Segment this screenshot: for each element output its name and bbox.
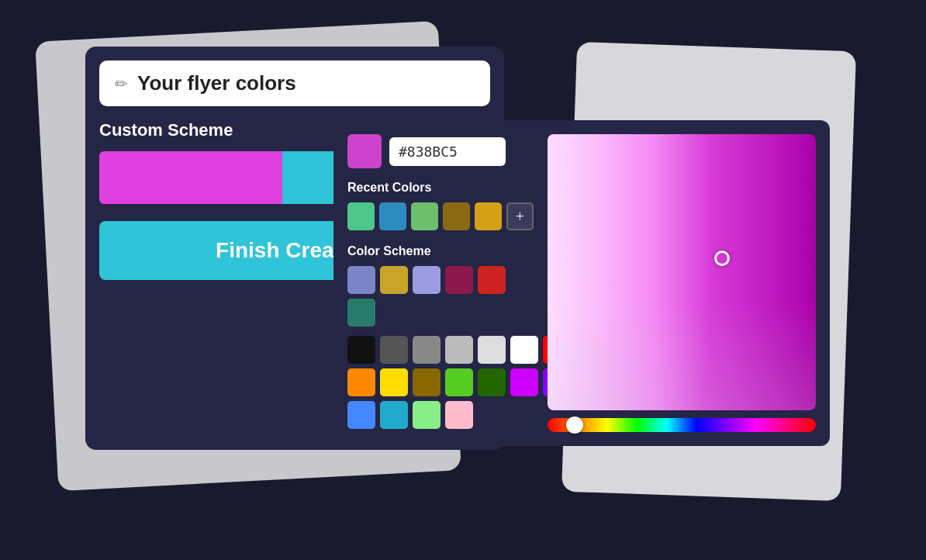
recent-colors-label: Recent Colors <box>347 181 534 195</box>
hex-color-preview <box>347 134 382 168</box>
scheme-swatch-periwinkle[interactable] <box>347 266 375 294</box>
recent-swatch-brown[interactable] <box>443 202 470 230</box>
swatch-pink[interactable] <box>99 151 282 204</box>
basic-light-blue[interactable] <box>347 401 375 429</box>
basic-white[interactable] <box>510 336 538 364</box>
scheme-swatch-teal[interactable] <box>347 299 375 327</box>
recent-swatch-blue[interactable] <box>379 202 406 230</box>
page-title: Your flyer colors <box>137 71 296 95</box>
pencil-icon: ✏ <box>115 74 128 93</box>
recent-swatch-gold[interactable] <box>475 202 502 230</box>
basic-dark-green[interactable] <box>478 368 506 396</box>
basic-orange[interactable] <box>347 368 375 396</box>
basic-pink[interactable] <box>445 401 473 429</box>
gradient-cursor <box>714 251 730 266</box>
basic-purple[interactable] <box>510 368 538 396</box>
basic-brown[interactable] <box>413 368 441 396</box>
basic-colors-grid <box>347 336 534 429</box>
hex-input[interactable] <box>389 137 506 166</box>
recent-swatch-green[interactable] <box>347 202 375 230</box>
scheme-swatch-gold[interactable] <box>380 266 408 294</box>
basic-gray[interactable] <box>413 336 441 364</box>
color-picker-panel: Recent Colors + Color Scheme <box>333 120 830 446</box>
basic-teal[interactable] <box>380 401 408 429</box>
basic-dark-gray[interactable] <box>380 336 408 364</box>
picker-right <box>548 134 816 432</box>
gradient-canvas[interactable] <box>548 134 816 410</box>
hue-slider[interactable] <box>548 418 816 432</box>
recent-colors-row: + <box>347 202 534 230</box>
basic-light-gray[interactable] <box>445 336 473 364</box>
basic-lighter-gray[interactable] <box>478 336 506 364</box>
basic-mint[interactable] <box>413 401 441 429</box>
hue-cursor <box>566 417 583 434</box>
picker-left: Recent Colors + Color Scheme <box>347 134 534 432</box>
basic-green[interactable] <box>445 368 473 396</box>
basic-black[interactable] <box>347 336 375 364</box>
color-scheme-grid <box>347 266 534 327</box>
hex-input-row <box>347 134 534 168</box>
scheme-swatch-red[interactable] <box>478 266 506 294</box>
color-scheme-label: Color Scheme <box>347 244 534 258</box>
recent-swatch-light-green[interactable] <box>411 202 438 230</box>
scheme-swatch-lavender[interactable] <box>413 266 441 294</box>
add-color-button[interactable]: + <box>506 202 534 230</box>
scheme-swatch-dark-red[interactable] <box>445 266 473 294</box>
vertical-overlay <box>548 134 816 410</box>
title-bar: ✏ Your flyer colors <box>99 60 490 106</box>
basic-yellow[interactable] <box>380 368 408 396</box>
